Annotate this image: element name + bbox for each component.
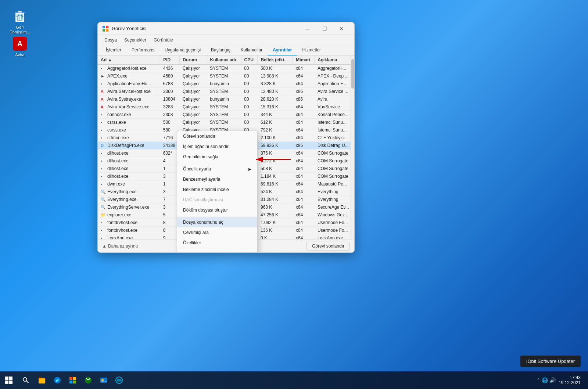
process-icon: ▪: [101, 120, 106, 125]
taskbar-mixed-reality[interactable]: [112, 374, 126, 387]
taskbar-xbox[interactable]: [82, 374, 95, 387]
col-bellek[interactable]: Bellek (etki...: [258, 55, 293, 65]
process-status: Çalışıyor: [180, 119, 207, 126]
process-user: SYSTEM: [207, 88, 241, 96]
table-row[interactable]: A Avira.ServiceHost.exe 3360 Çalışıyor S…: [98, 88, 354, 96]
col-durum[interactable]: Durum: [180, 55, 207, 65]
process-status: Çalışıyor: [180, 72, 207, 80]
minimize-button[interactable]: —: [299, 22, 316, 35]
process-desc: Everything: [315, 196, 354, 203]
process-mem: 876 K: [258, 150, 293, 157]
scrollbar[interactable]: [351, 55, 354, 239]
col-pid[interactable]: PID: [160, 55, 180, 65]
tab-uygulama-gecmisi[interactable]: Uygulama geçmişi: [159, 45, 206, 55]
ctx-feedback[interactable]: Geri bildirim sağla: [177, 152, 257, 162]
avira-image: A: [12, 36, 27, 51]
end-task-button[interactable]: Görevi sonlandır: [306, 242, 350, 251]
process-mem: 1.184 K: [258, 173, 293, 180]
show-desktop-button[interactable]: [584, 373, 585, 388]
table-row[interactable]: ► APEX.exe 4580 Çalışıyor SYSTEM 00 13.9…: [98, 72, 354, 80]
priority-arrow: ▶: [248, 167, 251, 171]
col-cpu[interactable]: CPU: [241, 55, 258, 65]
col-kullanici[interactable]: Kullanıcı adı: [207, 55, 241, 65]
svg-rect-20: [73, 377, 76, 380]
tab-kullanicilar[interactable]: Kullanıcılar: [236, 45, 268, 55]
process-pid: 4436: [160, 65, 180, 72]
taskbar-file-explorer[interactable]: [35, 374, 49, 387]
table-row[interactable]: ▪ csrss.exe 500 Çalışıyor SYSTEM 00 612 …: [98, 119, 354, 126]
process-icon: ▪: [101, 182, 106, 186]
menu-dosya[interactable]: Dosya: [101, 36, 121, 44]
process-cpu: 00: [241, 103, 258, 111]
chevron-up-icon[interactable]: ⌃: [537, 378, 540, 383]
svg-rect-13: [9, 381, 12, 384]
svg-rect-22: [73, 381, 76, 383]
start-button[interactable]: [0, 371, 18, 389]
process-desc: COM Surrogate: [315, 150, 354, 157]
process-mem: 31.284 K: [258, 196, 293, 203]
tab-hizmetler[interactable]: Hizmetler: [297, 45, 326, 55]
process-arch: x64: [293, 111, 315, 119]
ctx-end-task[interactable]: Görevi sonlandır: [177, 131, 257, 141]
table-row[interactable]: ▪ AggregatorHost.exe 4436 Çalışıyor SYST…: [98, 65, 354, 72]
process-mem: 136 K: [258, 227, 293, 234]
process-arch: x64: [293, 203, 315, 211]
separator-2: [177, 216, 257, 216]
process-desc: Application F...: [315, 80, 354, 88]
tab-baslangic[interactable]: Başlangıç: [206, 45, 236, 55]
network-icon[interactable]: 🌐: [542, 377, 548, 383]
avira-icon[interactable]: A Avira: [7, 35, 33, 59]
taskbar-store[interactable]: [66, 374, 79, 387]
menu-secenekler[interactable]: Seçenekler: [121, 36, 150, 44]
ctx-search-online[interactable]: Çevrimiçi ara: [177, 227, 257, 238]
table-row[interactable]: ▪ conhost.exe 2308 Çalışıyor SYSTEM 00 3…: [98, 111, 354, 119]
process-desc: Everything: [315, 188, 354, 196]
process-icon: ▪: [101, 136, 106, 140]
taskbar-photos[interactable]: [97, 374, 110, 387]
process-name: fontdrvhost.exe: [107, 220, 137, 225]
maximize-button[interactable]: ☐: [316, 22, 333, 35]
ctx-open-location[interactable]: Dosya konumunu aç: [177, 217, 257, 227]
tab-islemler[interactable]: İşlemler: [101, 45, 126, 55]
close-button[interactable]: ✕: [333, 22, 350, 35]
process-status: Çalışıyor: [180, 80, 207, 88]
recycle-bin-image: [12, 9, 27, 24]
taskbar-edge[interactable]: [51, 374, 64, 387]
process-name: AggregatorHost.exe: [107, 66, 147, 71]
ctx-properties[interactable]: Özellikler: [177, 238, 257, 248]
process-mem: 500 K: [258, 65, 293, 72]
table-row[interactable]: A Avira.VpnService.exe 3288 Çalışıyor SY…: [98, 103, 354, 111]
less-detail-label: Daha az ayrıntı: [108, 244, 138, 249]
col-aciklama[interactable]: Açıklama: [315, 55, 354, 65]
process-icon: ▪: [101, 159, 106, 163]
ctx-affinity[interactable]: Benzesmeyi ayarla: [177, 174, 257, 184]
process-cpu: 00: [241, 65, 258, 72]
search-button[interactable]: [18, 373, 33, 388]
ctx-dump[interactable]: Döküm dosyası oluştur: [177, 205, 257, 215]
process-name: Avira.Systray.exe: [107, 97, 141, 102]
ctx-wait-chain[interactable]: Bekleme zincirini incele: [177, 184, 257, 195]
ctx-priority[interactable]: Öncelik ayarla ▶: [177, 164, 257, 174]
process-arch: x86: [293, 142, 315, 150]
ctx-goto-services[interactable]: Hizmetlere git: [177, 250, 257, 253]
table-row[interactable]: A Avira.Systray.exe 10804 Çalışıyor buny…: [98, 96, 354, 103]
col-mimari[interactable]: Mimari: [293, 55, 315, 65]
taskbar-clock[interactable]: 17:43 19.12.2021: [559, 375, 581, 385]
tab-performans[interactable]: Performans: [126, 45, 159, 55]
process-user: bunyamin: [207, 80, 241, 88]
ctx-end-tree[interactable]: İşlem ağacını sonlandır: [177, 141, 257, 152]
time-display: 17:43: [570, 375, 581, 380]
volume-icon[interactable]: 🔊: [549, 377, 556, 383]
table-row[interactable]: ▪ ApplicationFrameHo... 6788 Çalışıyor b…: [98, 80, 354, 88]
process-desc: Disk Defrag U...: [315, 142, 354, 150]
tab-ayrintilar[interactable]: Ayrıntılar: [268, 45, 297, 55]
process-cpu: 00: [241, 96, 258, 103]
menu-goruntule[interactable]: Görüntüle: [150, 36, 177, 44]
recycle-bin-icon[interactable]: Geri Dönüşüm...: [7, 7, 33, 36]
col-ad[interactable]: Ad ▲: [98, 55, 160, 65]
process-arch: x64: [293, 157, 315, 165]
less-detail-button[interactable]: ▲ Daha az ayrıntı: [102, 244, 138, 249]
process-user: SYSTEM: [207, 119, 241, 126]
process-icon: ▪: [101, 174, 106, 179]
process-arch: x64: [293, 196, 315, 203]
